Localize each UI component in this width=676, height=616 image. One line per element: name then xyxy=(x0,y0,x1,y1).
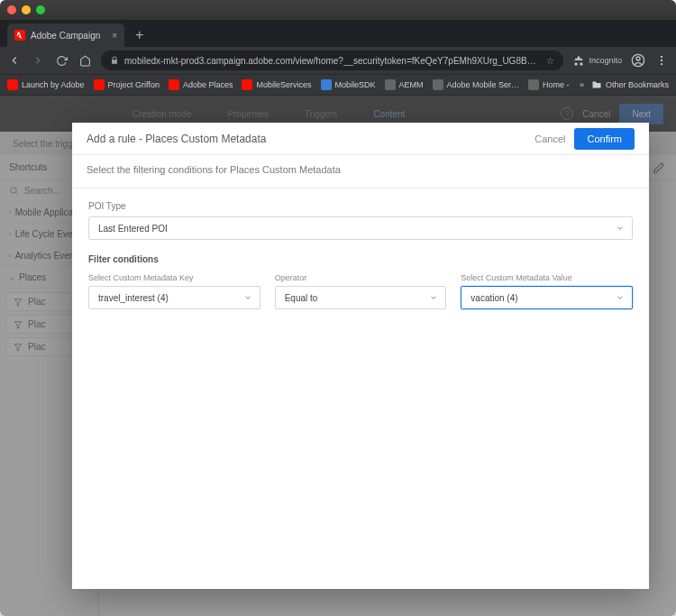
metadata-value-label: Select Custom Metadata Value xyxy=(461,273,633,282)
bookmark-favicon-icon xyxy=(385,79,396,90)
filter-conditions-heading: Filter conditions xyxy=(88,254,633,264)
poi-type-select[interactable]: Last Entered POI xyxy=(88,216,633,240)
modal-add-rule: Add a rule - Places Custom Metadata Canc… xyxy=(72,123,649,589)
bookmark-label: Adobe Places xyxy=(183,80,233,89)
bookmark-label: Adobe Mobile Ser… xyxy=(447,80,520,89)
bookmark-favicon-icon xyxy=(321,79,332,90)
chevron-down-icon xyxy=(616,293,625,302)
adobe-favicon-icon xyxy=(14,30,25,41)
browser-tab[interactable]: Adobe Campaign × xyxy=(7,23,124,47)
bookmark-item[interactable]: Adobe Mobile Ser… xyxy=(433,79,520,90)
chevron-down-icon xyxy=(429,293,438,302)
other-bookmarks-label: Other Bookmarks xyxy=(606,80,669,89)
macos-titlebar xyxy=(0,0,676,20)
modal-instruction: Select the filtering conditions for Plac… xyxy=(72,155,649,188)
svg-point-5 xyxy=(661,63,662,65)
modal-header: Add a rule - Places Custom Metadata Canc… xyxy=(72,123,649,155)
operator-value: Equal to xyxy=(285,293,318,303)
window-close-icon[interactable] xyxy=(7,5,16,14)
svg-point-4 xyxy=(661,60,662,61)
new-tab-button[interactable]: + xyxy=(130,27,149,47)
address-bar[interactable]: mobiledx-mkt-prod3.campaign.adobe.com/vi… xyxy=(101,51,563,70)
poi-type-label: POI Type xyxy=(88,201,633,211)
other-bookmarks[interactable]: Other Bookmarks xyxy=(591,79,669,90)
incognito-indicator: Incognito xyxy=(572,54,622,67)
svg-point-2 xyxy=(636,57,640,60)
bookmark-label: Launch by Adobe xyxy=(22,80,85,89)
tab-title: Adobe Campaign xyxy=(31,31,106,41)
bookmark-item[interactable]: MobileServices xyxy=(242,79,311,90)
metadata-value-select[interactable]: vacation (4) xyxy=(461,286,633,309)
browser-toolbar: mobiledx-mkt-prod3.campaign.adobe.com/vi… xyxy=(0,47,676,74)
operator-select[interactable]: Equal to xyxy=(275,286,447,309)
metadata-value-value: vacation (4) xyxy=(470,293,517,303)
bookmark-item[interactable]: MobileSDK xyxy=(321,79,376,90)
modal-confirm-button[interactable]: Confirm xyxy=(574,128,635,150)
bookmark-item[interactable]: Home - ADMS Mo… xyxy=(528,79,571,90)
modal-cancel-button[interactable]: Cancel xyxy=(534,133,565,144)
profile-icon[interactable] xyxy=(631,53,645,68)
folder-icon xyxy=(591,79,602,90)
modal-title: Add a rule - Places Custom Metadata xyxy=(87,133,266,145)
bookmark-favicon-icon xyxy=(242,79,252,90)
bookmark-item[interactable]: Adobe Places xyxy=(169,79,233,90)
forward-button[interactable] xyxy=(31,53,45,68)
incognito-icon xyxy=(572,54,585,67)
bookmarks-overflow-icon[interactable]: » xyxy=(580,80,584,89)
window-minimize-icon[interactable] xyxy=(22,5,31,14)
star-icon[interactable]: ☆ xyxy=(546,56,554,66)
lock-icon xyxy=(110,56,119,65)
window-maximize-icon[interactable] xyxy=(36,5,45,14)
reload-button[interactable] xyxy=(54,53,69,68)
poi-type-value: Last Entered POI xyxy=(98,224,168,234)
url-text: mobiledx-mkt-prod3.campaign.adobe.com/vi… xyxy=(124,56,541,66)
bookmark-item[interactable]: AEMM xyxy=(385,79,424,90)
bookmark-label: MobileSDK xyxy=(335,80,376,89)
svg-point-3 xyxy=(661,56,662,58)
chevron-down-icon xyxy=(616,224,625,233)
metadata-key-select[interactable]: travel_interest (4) xyxy=(88,286,260,309)
metadata-key-label: Select Custom Metadata Key xyxy=(88,273,260,282)
bookmark-label: MobileServices xyxy=(256,80,311,89)
operator-label: Operator xyxy=(275,273,447,282)
bookmark-favicon-icon xyxy=(169,79,179,90)
bookmark-label: Home - ADMS Mo… xyxy=(543,80,571,89)
bookmark-label: Project Griffon xyxy=(108,80,160,89)
back-button[interactable] xyxy=(7,53,22,68)
metadata-key-value: travel_interest (4) xyxy=(98,293,169,303)
home-button[interactable] xyxy=(78,53,92,68)
bookmark-favicon-icon xyxy=(7,79,18,90)
menu-icon[interactable] xyxy=(654,53,669,68)
bookmark-label: AEMM xyxy=(399,80,424,89)
bookmark-favicon-icon xyxy=(94,79,105,90)
bookmark-favicon-icon xyxy=(433,79,443,90)
bookmark-item[interactable]: Project Griffon xyxy=(94,79,160,90)
tab-close-icon[interactable]: × xyxy=(112,31,117,41)
bookmarks-bar: Launch by AdobeProject GriffonAdobe Plac… xyxy=(0,74,676,96)
incognito-label: Incognito xyxy=(589,56,622,65)
browser-tabstrip: Adobe Campaign × + xyxy=(0,20,676,47)
bookmark-favicon-icon xyxy=(528,79,539,90)
chevron-down-icon xyxy=(243,293,252,302)
bookmark-item[interactable]: Launch by Adobe xyxy=(7,79,85,90)
